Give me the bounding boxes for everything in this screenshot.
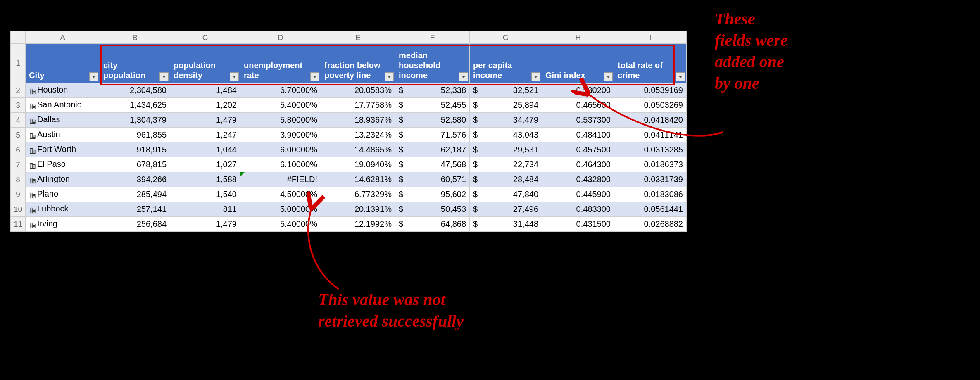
cell-poverty[interactable]: 17.7758% [321,98,395,113]
cell-population[interactable]: 1,304,379 [100,113,170,128]
cell-median-income[interactable]: $60,571 [395,172,470,187]
cell-gini[interactable]: 0.464300 [542,157,614,172]
cell-population[interactable]: 394,266 [100,172,170,187]
filter-dropdown-icon[interactable] [604,72,613,81]
cell-density[interactable]: 1,202 [170,98,240,113]
cell-per-capita-income[interactable]: $27,496 [470,202,542,217]
cell-poverty[interactable]: 19.0940% [321,157,395,172]
cell-per-capita-income[interactable]: $25,894 [470,98,542,113]
cell-gini[interactable]: 0.537300 [542,113,614,128]
cell-gini[interactable]: 0.457500 [542,142,614,157]
cell-poverty[interactable]: 14.4865% [321,142,395,157]
header-cell-D[interactable]: unemployment rate [240,44,321,83]
cell-median-income[interactable]: $52,580 [395,113,470,128]
col-heading[interactable]: C [170,31,240,44]
filter-dropdown-icon[interactable] [89,72,98,81]
cell-poverty[interactable]: 6.77329% [321,187,395,202]
cell-gini[interactable]: 0.530200 [542,83,614,98]
cell-population[interactable]: 1,434,625 [100,98,170,113]
row-heading[interactable]: 9 [11,187,26,202]
cell-city[interactable]: Dallas [26,113,100,128]
cell-unemployment[interactable]: 3.90000% [240,128,321,142]
cell-per-capita-income[interactable]: $32,521 [470,83,542,98]
cell-poverty[interactable]: 18.9367% [321,113,395,128]
cell-median-income[interactable]: $52,338 [395,83,470,98]
cell-per-capita-income[interactable]: $47,840 [470,187,542,202]
cell-crime[interactable]: 0.0503269 [614,98,687,113]
cell-unemployment[interactable]: 5.40000% [240,217,321,232]
cell-median-income[interactable]: $71,576 [395,128,470,142]
cell-city[interactable]: Lubbock [26,202,100,217]
cell-population[interactable]: 256,684 [100,217,170,232]
cell-crime[interactable]: 0.0183086 [614,187,687,202]
row-heading[interactable]: 10 [11,202,26,217]
cell-unemployment[interactable]: 6.00000% [240,142,321,157]
cell-population[interactable]: 678,815 [100,157,170,172]
row-heading[interactable]: 6 [11,142,26,157]
cell-per-capita-income[interactable]: $43,043 [470,128,542,142]
header-cell-B[interactable]: city population [100,44,170,83]
cell-poverty[interactable]: 13.2324% [321,128,395,142]
cell-median-income[interactable]: $95,602 [395,187,470,202]
cell-crime[interactable]: 0.0186373 [614,157,687,172]
cell-crime[interactable]: 0.0313285 [614,142,687,157]
filter-dropdown-icon[interactable] [310,72,319,81]
cell-city[interactable]: El Paso [26,157,100,172]
cell-density[interactable]: 1,247 [170,128,240,142]
cell-gini[interactable]: 0.465600 [542,98,614,113]
cell-unemployment[interactable]: 5.80000% [240,113,321,128]
cell-density[interactable]: 1,044 [170,142,240,157]
cell-density[interactable]: 1,479 [170,217,240,232]
cell-gini[interactable]: 0.431500 [542,217,614,232]
col-heading[interactable]: H [542,31,614,44]
col-heading[interactable]: I [614,31,687,44]
cell-population[interactable]: 285,494 [100,187,170,202]
error-flag-icon[interactable] [240,172,245,176]
filter-dropdown-icon[interactable] [159,72,169,81]
filter-dropdown-icon[interactable] [676,72,685,81]
cell-city[interactable]: San Antonio [26,98,100,113]
row-heading[interactable]: 5 [11,128,26,142]
cell-per-capita-income[interactable]: $28,484 [470,172,542,187]
cell-median-income[interactable]: $62,187 [395,142,470,157]
cell-crime[interactable]: 0.0539169 [614,83,687,98]
cell-population[interactable]: 2,304,580 [100,83,170,98]
header-cell-E[interactable]: fraction below poverty line [321,44,395,83]
cell-population[interactable]: 257,141 [100,202,170,217]
cell-unemployment[interactable]: 5.00000% [240,202,321,217]
cell-poverty[interactable]: 12.1992% [321,217,395,232]
cell-poverty[interactable]: 20.0583% [321,83,395,98]
row-heading[interactable]: 11 [11,217,26,232]
cell-per-capita-income[interactable]: $34,479 [470,113,542,128]
col-heading[interactable]: F [395,31,470,44]
header-cell-F[interactable]: median household income [395,44,470,83]
cell-unemployment[interactable]: 4.50000% [240,187,321,202]
cell-gini[interactable]: 0.432800 [542,172,614,187]
cell-poverty[interactable]: 14.6281% [321,172,395,187]
header-cell-C[interactable]: population density [170,44,240,83]
cell-unemployment[interactable]: 6.70000% [240,83,321,98]
cell-city[interactable]: Fort Worth [26,142,100,157]
cell-density[interactable]: 811 [170,202,240,217]
cell-median-income[interactable]: $52,455 [395,98,470,113]
cell-median-income[interactable]: $50,453 [395,202,470,217]
header-cell-H[interactable]: Gini index [542,44,614,83]
cell-per-capita-income[interactable]: $22,734 [470,157,542,172]
row-heading[interactable]: 7 [11,157,26,172]
corner-cell[interactable] [11,31,26,44]
cell-population[interactable]: 961,855 [100,128,170,142]
filter-dropdown-icon[interactable] [459,72,468,81]
cell-city[interactable]: Houston [26,83,100,98]
col-heading[interactable]: B [100,31,170,44]
cell-median-income[interactable]: $47,568 [395,157,470,172]
cell-density[interactable]: 1,027 [170,157,240,172]
cell-crime[interactable]: 0.0268882 [614,217,687,232]
filter-dropdown-icon[interactable] [230,72,239,81]
cell-density[interactable]: 1,479 [170,113,240,128]
cell-gini[interactable]: 0.445900 [542,187,614,202]
row-heading[interactable]: 1 [11,44,26,83]
col-heading[interactable]: E [321,31,395,44]
cell-median-income[interactable]: $64,868 [395,217,470,232]
cell-city[interactable]: Arlington [26,172,100,187]
cell-gini[interactable]: 0.483300 [542,202,614,217]
